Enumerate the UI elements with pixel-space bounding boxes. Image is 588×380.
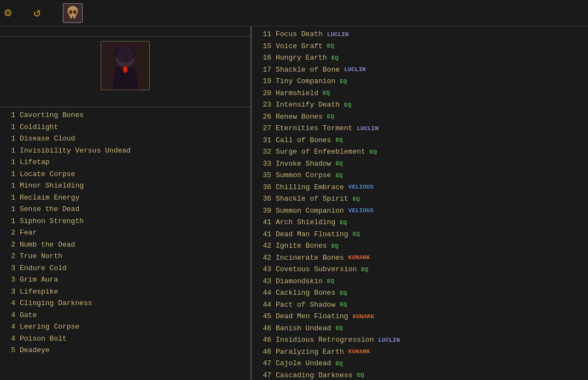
list-item[interactable]: 15Voice GraftEQ: [252, 40, 588, 52]
spell-level: 17: [256, 65, 271, 75]
spell-name: Cajole Undead: [276, 358, 331, 369]
list-item[interactable]: 16Hungry EarthEQ: [252, 52, 588, 64]
list-item[interactable]: 42Ignite BonesEQ: [252, 240, 588, 252]
list-item[interactable]: 1Invisibility Versus Undead: [0, 145, 251, 157]
spell-tag: EQ: [343, 101, 352, 110]
list-item[interactable]: 46Paralyzing EarthKUNARK: [252, 346, 588, 358]
list-item[interactable]: 27Eternities TormentLUCLIN: [252, 122, 588, 135]
list-item[interactable]: 3Endure Cold: [0, 262, 251, 274]
spell-name: Arch Shielding: [276, 217, 335, 228]
gear-icon[interactable]: ⚙: [4, 5, 11, 20]
spell-level: 32: [256, 147, 271, 157]
list-item[interactable]: 47Cajole UndeadEQ: [252, 358, 588, 370]
left-panel: 1Cavorting Bones1Coldlight1Disease Cloud…: [0, 26, 252, 380]
list-item[interactable]: 1Reclaim Energy: [0, 192, 251, 204]
list-item[interactable]: 44Cackling BonesEQ: [252, 287, 588, 299]
spell-tag: LUCLIN: [326, 30, 350, 39]
spell-name: Focus Death: [276, 29, 323, 40]
spell-tag: EQ: [322, 89, 331, 98]
list-item[interactable]: 17Shackle of BoneLUCLIN: [252, 64, 588, 76]
spell-tag: EQ: [339, 77, 348, 86]
spell-level: 42: [256, 241, 271, 252]
list-item[interactable]: 4Poison Bolt: [0, 333, 251, 345]
spell-tag: EQ: [334, 324, 344, 333]
list-item[interactable]: 23Intensify DeathEQ: [252, 99, 588, 111]
spell-level: 44: [256, 300, 271, 311]
list-item[interactable]: 1Disease Cloud: [0, 133, 251, 145]
list-item[interactable]: 36Chilling EmbraceVELIOUS: [252, 182, 588, 194]
list-item[interactable]: 1Sense the Dead: [0, 203, 251, 215]
list-item[interactable]: 47Cascading DarknessEQ: [252, 370, 588, 381]
list-item[interactable]: 1Locate Corpse: [0, 168, 251, 180]
spell-name: Disease Cloud: [20, 133, 75, 144]
svg-point-7: [69, 11, 71, 13]
list-item[interactable]: 2Numb the Dead: [0, 239, 251, 251]
list-item[interactable]: 33Invoke ShadowEQ: [252, 158, 588, 170]
refresh-icon[interactable]: ↺: [33, 5, 40, 20]
spell-name: Cackling Bones: [276, 288, 335, 299]
list-item[interactable]: 44Pact of ShadowEQ: [252, 299, 588, 311]
list-item[interactable]: 26Renew BonesEQ: [252, 111, 588, 123]
spell-level: 36: [256, 182, 271, 193]
list-item[interactable]: 5Deadeye: [0, 344, 251, 356]
list-item[interactable]: 4Clinging Darkness: [0, 297, 251, 309]
spell-name: Minor Shielding: [20, 180, 84, 191]
svg-point-20: [124, 67, 127, 72]
list-item[interactable]: 41Dead Man FloatingEQ: [252, 229, 588, 241]
spell-level: 41: [256, 229, 271, 240]
list-item[interactable]: 4Gate: [0, 309, 251, 321]
spell-level: 42: [256, 253, 271, 264]
list-item[interactable]: 46Banish UndeadEQ: [252, 323, 588, 335]
spell-level: 2: [4, 227, 15, 238]
list-item[interactable]: 1Siphon Strength: [0, 215, 251, 227]
spell-level: 47: [256, 370, 271, 381]
list-item[interactable]: 3Grim Aura: [0, 274, 251, 286]
list-item[interactable]: 1Cavorting Bones: [0, 109, 251, 121]
list-item[interactable]: 19Tiny CompanionEQ: [252, 75, 588, 87]
list-item[interactable]: 1Coldlight: [0, 121, 251, 133]
list-item[interactable]: 4Leering Corpse: [0, 321, 251, 333]
spell-level: 4: [4, 310, 15, 321]
char-avatar: [63, 3, 83, 23]
list-item[interactable]: 3Lifespike: [0, 286, 251, 298]
list-item[interactable]: 41Arch ShieldingEQ: [252, 217, 588, 229]
spell-name: Dead Man Floating: [276, 229, 348, 240]
spell-list-left[interactable]: 1Cavorting Bones1Coldlight1Disease Cloud…: [0, 107, 251, 380]
list-item[interactable]: 1Lifetap: [0, 156, 251, 168]
spell-tag: LUCLIN: [343, 65, 367, 74]
list-item[interactable]: 20HarmshieldEQ: [252, 87, 588, 100]
spell-name: Leering Corpse: [20, 321, 79, 332]
list-item[interactable]: 2True North: [0, 250, 251, 262]
spell-name: Locate Corpse: [20, 169, 75, 180]
spell-tag: EQ: [326, 277, 335, 286]
spell-tag: LUCLIN: [377, 336, 401, 345]
spell-name: Shackle of Spirit: [276, 194, 348, 204]
list-item[interactable]: 31Call of BonesEQ: [252, 135, 588, 147]
spell-name: Coldlight: [20, 122, 58, 133]
spell-name: Invoke Shadow: [276, 159, 331, 169]
spell-level: 1: [4, 122, 15, 133]
spell-level: 2: [4, 251, 15, 262]
spell-level: 1: [4, 145, 15, 156]
list-item[interactable]: 11Focus DeathLUCLIN: [252, 28, 588, 40]
spell-name: Chilling Embrace: [276, 182, 344, 193]
list-item[interactable]: 43Covetous SubversionEQ: [252, 264, 588, 276]
list-item[interactable]: 46Insidious RetrogressionLUCLIN: [252, 334, 588, 346]
spell-level: 31: [256, 135, 271, 146]
spell-tag: EQ: [334, 159, 344, 168]
right-panel[interactable]: 11Focus DeathLUCLIN15Voice GraftEQ16Hung…: [252, 26, 588, 380]
list-item[interactable]: 35Summon CorpseEQ: [252, 169, 588, 182]
list-item[interactable]: 2Fear: [0, 227, 251, 239]
list-item[interactable]: 39Summon CompanionVELIOUS: [252, 205, 588, 217]
list-item[interactable]: 36Shackle of SpiritEQ: [252, 193, 588, 205]
spell-name: Reclaim Energy: [20, 192, 79, 203]
list-item[interactable]: 45Dead Men FloatingKUNARK: [252, 311, 588, 323]
spell-tag: VELIOUS: [347, 206, 375, 215]
list-item[interactable]: 1Minor Shielding: [0, 180, 251, 192]
spell-level: 45: [256, 311, 271, 322]
list-item[interactable]: 42Incinerate BonesKUNARK: [252, 252, 588, 264]
spell-name: Lifetap: [20, 157, 50, 168]
list-item[interactable]: 32Surge of EnfeeblementEQ: [252, 146, 588, 158]
list-item[interactable]: 43DiamondskinEQ: [252, 276, 588, 288]
spell-name: True North: [20, 251, 62, 262]
